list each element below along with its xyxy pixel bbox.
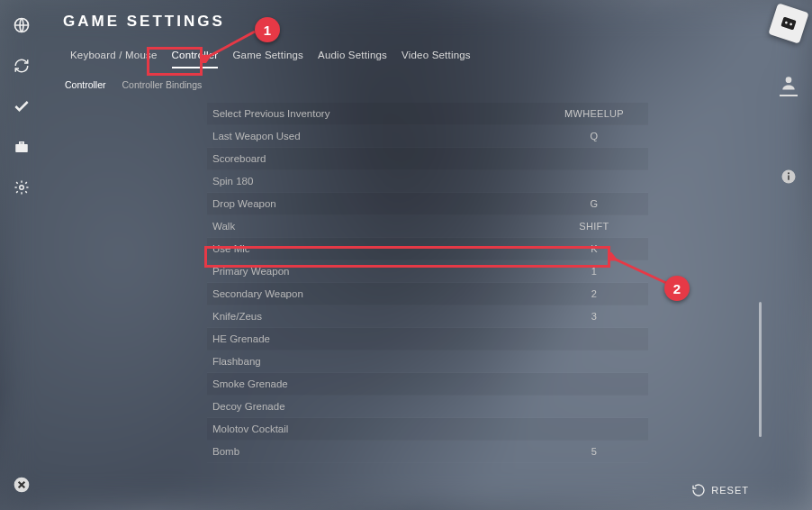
tab-audio-settings[interactable]: Audio Settings — [311, 40, 394, 68]
binding-row[interactable]: Scoreboard — [207, 148, 648, 170]
info-icon[interactable] — [780, 168, 797, 185]
binding-label: Flashbang — [212, 356, 540, 367]
binding-row[interactable]: Select Previous InventoryMWHEELUP — [207, 103, 648, 125]
binding-row[interactable]: Bomb5 — [207, 441, 648, 463]
binding-row[interactable]: Last Weapon UsedQ — [207, 125, 648, 148]
binding-row[interactable]: Decoy Grenade — [207, 396, 648, 418]
binding-key[interactable]: 3 — [540, 311, 648, 322]
binding-label: Bomb — [212, 446, 540, 457]
binding-label: Last Weapon Used — [212, 131, 540, 141]
binding-row[interactable]: Smoke Grenade — [207, 373, 648, 396]
briefcase-icon[interactable] — [13, 138, 31, 156]
binding-key[interactable]: SHIFT — [540, 221, 648, 232]
close-circle-icon[interactable] — [13, 476, 31, 494]
left-nav-rail — [0, 0, 43, 510]
binding-label: Select Previous Inventory — [212, 108, 540, 119]
binding-key[interactable]: G — [540, 198, 648, 209]
binding-row[interactable]: HE Grenade — [207, 328, 648, 351]
subtab-controller[interactable]: Controller — [65, 79, 106, 90]
binding-key[interactable]: Q — [540, 131, 648, 141]
binding-label: Smoke Grenade — [212, 378, 540, 389]
binding-row[interactable]: Molotov Cocktail — [207, 418, 648, 441]
svg-rect-5 — [780, 17, 796, 31]
binding-row[interactable]: Secondary Weapon2 — [207, 283, 648, 305]
binding-key[interactable]: 2 — [540, 288, 648, 299]
reset-icon — [691, 483, 706, 497]
binding-label: Spin 180 — [212, 176, 540, 187]
svg-rect-10 — [788, 176, 789, 180]
binding-label: Scoreboard — [212, 153, 540, 164]
binding-label: Molotov Cocktail — [212, 423, 540, 434]
right-nav-rail — [765, 0, 812, 510]
reset-label: RESET — [711, 485, 749, 496]
svg-point-3 — [20, 186, 24, 190]
globe-icon[interactable] — [13, 16, 31, 34]
annotation-badge-2: 2 — [664, 276, 690, 301]
svg-point-8 — [786, 77, 792, 83]
binding-key[interactable]: MWHEELUP — [540, 108, 648, 119]
check-icon[interactable] — [13, 97, 31, 115]
binding-row[interactable]: Spin 180 — [207, 170, 648, 193]
page-title: GAME SETTINGS — [63, 13, 765, 31]
binding-label: Drop Weapon — [212, 198, 540, 209]
reset-button[interactable]: RESET — [691, 483, 749, 497]
annotation-box-2 — [204, 246, 610, 268]
tab-video-settings[interactable]: Video Settings — [394, 40, 478, 68]
binding-label: Decoy Grenade — [212, 401, 540, 412]
scrollbar[interactable] — [759, 302, 762, 437]
binding-label: Knife/Zeus — [212, 311, 540, 322]
gear-icon[interactable] — [13, 178, 31, 196]
binding-row[interactable]: Drop WeaponG — [207, 193, 648, 215]
binding-label: HE Grenade — [212, 333, 540, 344]
app-logo-icon[interactable] — [772, 7, 805, 40]
binding-label: Walk — [212, 221, 540, 232]
annotation-box-1 — [147, 47, 203, 76]
refresh-icon[interactable] — [13, 57, 31, 75]
annotation-badge-1: 1 — [255, 17, 280, 42]
tab-game-settings[interactable]: Game Settings — [225, 40, 311, 68]
bindings-list: Select Previous InventoryMWHEELUPLast We… — [207, 103, 648, 463]
subtab-controller-bindings[interactable]: Controller Bindings — [122, 79, 203, 90]
svg-point-11 — [788, 172, 789, 174]
binding-key[interactable]: 5 — [540, 446, 648, 457]
svg-rect-2 — [20, 142, 24, 144]
svg-rect-1 — [15, 144, 28, 152]
binding-row[interactable]: Flashbang — [207, 351, 648, 373]
binding-row[interactable]: Knife/Zeus3 — [207, 305, 648, 328]
binding-label: Secondary Weapon — [212, 288, 540, 299]
binding-row[interactable]: WalkSHIFT — [207, 215, 648, 238]
user-icon[interactable] — [780, 74, 798, 96]
